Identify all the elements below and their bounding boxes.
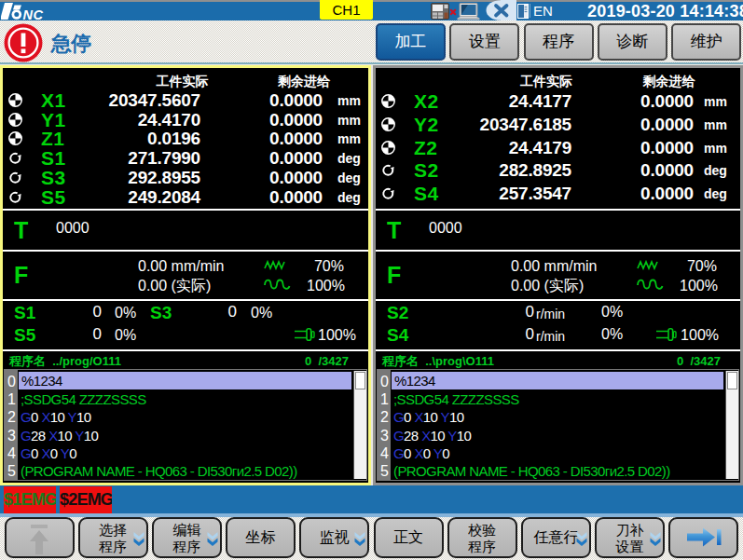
svg-text:NC: NC: [23, 7, 44, 21]
